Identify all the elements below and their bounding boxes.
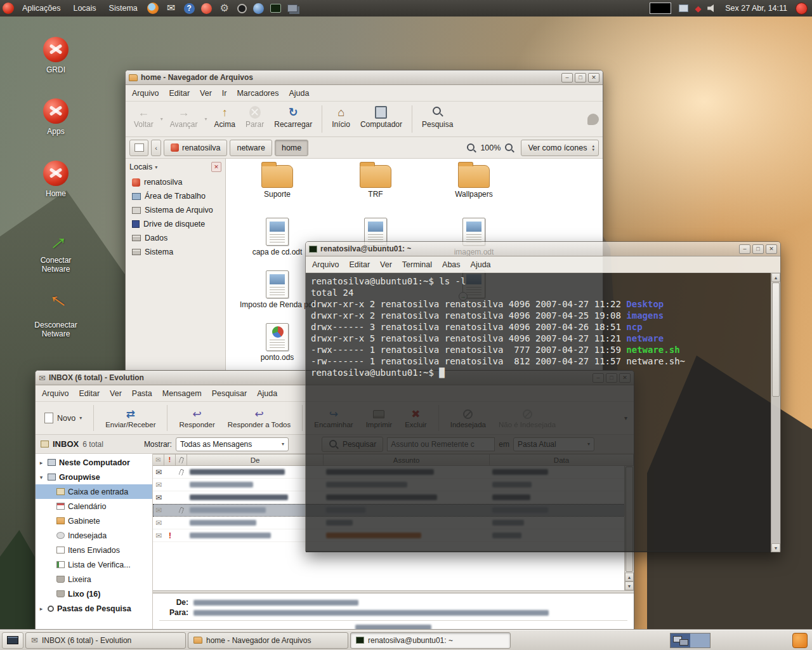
message-filter-combo[interactable]: Todas as Mensagens▾ <box>176 437 289 451</box>
path-scroll-left-button[interactable]: ‹ <box>151 140 161 156</box>
terminal-menu-arquivo[interactable]: Arquivo <box>307 258 344 272</box>
desktop-icon-desconectar-netware[interactable]: →Desconectar Netware <box>25 291 86 338</box>
display-indicator[interactable] <box>679 4 688 12</box>
evolution-menu-ajuda[interactable]: Ajuda <box>252 387 282 401</box>
clockapp-icon[interactable] <box>237 4 247 13</box>
terminal-menu-ajuda[interactable]: Ajuda <box>466 258 496 272</box>
notification-icon[interactable] <box>792 633 808 648</box>
mail-folder-calendario[interactable]: Calendário <box>36 499 152 514</box>
evolution-menu-pasta[interactable]: Pasta <box>127 387 157 401</box>
minimize-button[interactable]: – <box>739 244 750 254</box>
desktop-icon-conectar-netware[interactable]: →Conectar Netware <box>25 226 86 274</box>
mail-folder-neste-computador[interactable]: ▸Neste Computador <box>36 455 152 470</box>
toggle-location-entry-button[interactable] <box>129 140 148 156</box>
taskbar-item-inbox-6-total-evolution[interactable]: ✉INBOX (6 total) - Evolution <box>25 632 186 649</box>
evolution-menu-arquivo[interactable]: Arquivo <box>37 387 74 401</box>
path-button-renatosilva[interactable]: renatosilva <box>164 140 227 156</box>
quit-button[interactable] <box>796 3 808 15</box>
nautilus-menu-ver[interactable]: Ver <box>195 86 217 100</box>
workspace-1[interactable] <box>671 633 690 647</box>
displays-icon[interactable] <box>287 4 298 12</box>
recarregar-button[interactable]: ↻Recarregar <box>270 103 317 131</box>
package-icon[interactable] <box>201 3 212 14</box>
distributor-logo-icon[interactable] <box>3 3 14 14</box>
desktop-icon-grdi[interactable]: GRDI <box>25 36 86 74</box>
mail-folder-lista-de-verifica[interactable]: Lista de Verifica... <box>36 557 152 572</box>
terminal-menu-terminal[interactable]: Terminal <box>397 258 437 272</box>
zoom-out-icon[interactable] <box>466 143 476 153</box>
help-icon[interactable]: ? <box>184 3 195 14</box>
zoom-in-icon[interactable] <box>504 143 514 153</box>
computador-button[interactable]: Computador <box>356 103 407 131</box>
file-suporte[interactable]: Suporte <box>236 165 318 199</box>
nautilus-menu-ir[interactable]: Ir <box>217 86 232 100</box>
responder-a-todos-button[interactable]: ↩Responder a Todos <box>223 406 296 430</box>
places-combo[interactable]: Locais <box>129 162 152 171</box>
nautilus-menu-arquivo[interactable]: Arquivo <box>127 86 164 100</box>
scroll-up-icon[interactable]: ▲ <box>625 573 634 581</box>
mail-folder-lixo-16[interactable]: Lixo (16) <box>36 587 152 601</box>
terminal-menu-editar[interactable]: Editar <box>344 258 375 272</box>
parar-button[interactable]: ✕Parar <box>241 103 268 131</box>
mail-folder-pastas-de-pesquisa[interactable]: ▸Pastas de Pesquisa <box>36 601 152 616</box>
screen-preview-applet[interactable] <box>650 3 671 14</box>
taskbar-item-home-navegador-de-arquivos[interactable]: home - Navegador de Arquivos <box>188 632 348 649</box>
place-renatosilva[interactable]: renatosilva <box>126 175 225 189</box>
acima-button[interactable]: ↑Acima <box>210 103 240 131</box>
terminal-titlebar[interactable]: renatosilva@ubuntu01: ~ – □ ✕ <box>306 242 780 256</box>
mail-folder-lixeira[interactable]: Lixeira <box>36 572 152 587</box>
panel-menu-aplicacoes[interactable]: Aplicações <box>16 0 66 17</box>
nautilus-menu-ajuda[interactable]: Ajuda <box>284 86 314 100</box>
place-sistema-de-arquivo[interactable]: Sistema de Arquivo <box>126 203 225 217</box>
pesquisa-button[interactable]: Pesquisa <box>417 103 457 131</box>
nautilus-menu-marcadores[interactable]: Marcadores <box>232 86 284 100</box>
volume-indicator[interactable] <box>707 4 716 12</box>
view-mode-combo[interactable]: Ver como ícones ▴▾ <box>521 140 599 156</box>
file-wallpapers[interactable]: Wallpapers <box>433 165 515 199</box>
panel-menu-sistema[interactable]: Sistema <box>103 0 143 17</box>
place-area-de-trabalho[interactable]: Área de Trabalho <box>126 189 225 203</box>
maximize-button[interactable]: □ <box>575 73 586 83</box>
nautilus-menu-editar[interactable]: Editar <box>164 86 195 100</box>
novo-button[interactable]: Novo▾ <box>39 410 87 427</box>
taskbar-item-renatosilva-ubuntu01[interactable]: renatosilva@ubuntu01: ~ <box>350 632 511 649</box>
evolution-menu-editar[interactable]: Editar <box>74 387 105 401</box>
close-button[interactable]: ✕ <box>588 73 599 83</box>
show-desktop-button[interactable] <box>2 632 23 649</box>
column-flag[interactable]: ! <box>164 454 176 466</box>
terminal-scrollbar[interactable]: ▲ ▼ <box>771 273 780 552</box>
maximize-button[interactable]: □ <box>752 244 764 254</box>
mail-folder-gabinete[interactable]: Gabinete <box>36 514 152 528</box>
globe-icon[interactable] <box>253 3 264 14</box>
mail-folder-itens-enviados[interactable]: Itens Enviados <box>36 543 152 557</box>
path-button-netware[interactable]: netware <box>230 140 272 156</box>
clock-applet[interactable]: Sex 27 Abr, 14:11 <box>720 4 792 13</box>
voltar-button[interactable]: ←Voltar <box>129 103 158 131</box>
column-attachment[interactable] <box>176 454 187 466</box>
evolution-icon[interactable]: ✉ <box>165 2 178 15</box>
mail-folder-indesejada[interactable]: Indesejada <box>36 528 152 543</box>
file-trf[interactable]: TRF <box>334 165 417 199</box>
workspace-switcher[interactable] <box>670 633 710 648</box>
place-dados[interactable]: Dados <box>126 231 225 245</box>
evolution-menu-pesquisar[interactable]: Pesquisar <box>207 387 252 401</box>
desktop-icon-apps[interactable]: Apps <box>25 97 86 136</box>
place-drive-de-disquete[interactable]: Drive de disquete <box>126 217 225 231</box>
desktop-icon-home[interactable]: Home <box>25 159 86 198</box>
inicio-button[interactable]: ⌂Início <box>327 103 355 131</box>
avancar-dropdown[interactable]: ▾ <box>204 116 209 122</box>
terminal-icon[interactable] <box>270 4 281 13</box>
mail-folder-caixa-de-entrada[interactable]: Caixa de entrada <box>36 484 152 499</box>
scroll-down-icon[interactable]: ▼ <box>625 581 634 590</box>
settings-icon[interactable]: ⚙ <box>218 2 231 15</box>
workspace-2[interactable] <box>690 633 710 647</box>
close-button[interactable]: ✕ <box>766 244 777 254</box>
enviar-receber-button[interactable]: ⇄Enviar/Receber <box>100 406 160 430</box>
scrollbar-thumb[interactable] <box>772 282 780 397</box>
place-sistema[interactable]: Sistema <box>126 245 225 259</box>
responder-button[interactable]: ↩Responder <box>174 406 219 430</box>
firefox-icon[interactable] <box>147 3 159 14</box>
evolution-menu-mensagem[interactable]: Mensagem <box>157 387 207 401</box>
terminal-menu-ver[interactable]: Ver <box>375 258 397 272</box>
column-de[interactable]: De <box>187 454 324 466</box>
